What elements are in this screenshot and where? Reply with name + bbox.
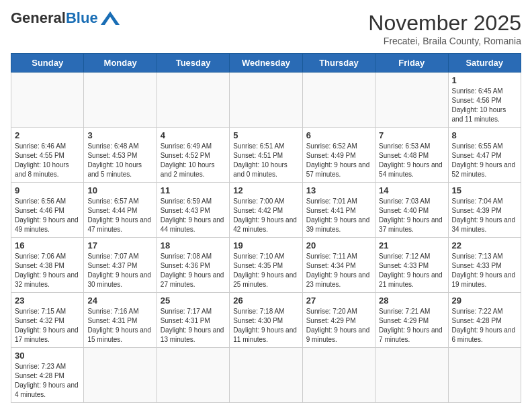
day-info: Sunrise: 6:49 AM Sunset: 4:52 PM Dayligh… xyxy=(161,142,226,179)
day-number: 28 xyxy=(379,295,444,306)
day-info: Sunrise: 6:57 AM Sunset: 4:44 PM Dayligh… xyxy=(87,197,152,234)
day-cell: 10Sunrise: 6:57 AM Sunset: 4:44 PM Dayli… xyxy=(84,183,157,238)
day-cell: 27Sunrise: 7:20 AM Sunset: 4:29 PM Dayli… xyxy=(302,293,375,348)
day-cell: 25Sunrise: 7:17 AM Sunset: 4:31 PM Dayli… xyxy=(157,293,229,348)
week-row-6: 30Sunrise: 7:23 AM Sunset: 4:28 PM Dayli… xyxy=(11,348,521,403)
day-info: Sunrise: 7:17 AM Sunset: 4:31 PM Dayligh… xyxy=(161,307,226,345)
logo-icon xyxy=(101,11,120,25)
day-cell: 11Sunrise: 6:59 AM Sunset: 4:43 PM Dayli… xyxy=(157,183,229,238)
day-info: Sunrise: 6:56 AM Sunset: 4:46 PM Dayligh… xyxy=(15,197,80,234)
day-number: 23 xyxy=(15,295,80,306)
day-cell: 2Sunrise: 6:46 AM Sunset: 4:55 PM Daylig… xyxy=(11,128,84,183)
day-info: Sunrise: 7:16 AM Sunset: 4:31 PM Dayligh… xyxy=(87,307,152,345)
day-number: 22 xyxy=(452,240,517,250)
day-number: 9 xyxy=(15,185,80,195)
day-number: 2 xyxy=(15,130,80,140)
day-cell: 20Sunrise: 7:11 AM Sunset: 4:34 PM Dayli… xyxy=(302,238,375,293)
week-row-3: 9Sunrise: 6:56 AM Sunset: 4:46 PM Daylig… xyxy=(11,183,521,238)
day-cell xyxy=(375,348,448,403)
weekday-sunday: Sunday xyxy=(11,54,84,73)
day-number: 17 xyxy=(87,240,152,250)
day-cell xyxy=(302,73,375,128)
day-number: 21 xyxy=(379,240,444,250)
day-cell xyxy=(448,348,521,403)
weekday-friday: Friday xyxy=(375,54,448,73)
week-row-2: 2Sunrise: 6:46 AM Sunset: 4:55 PM Daylig… xyxy=(11,128,521,183)
day-number: 19 xyxy=(233,240,298,250)
day-info: Sunrise: 7:10 AM Sunset: 4:35 PM Dayligh… xyxy=(233,252,298,289)
day-cell: 13Sunrise: 7:01 AM Sunset: 4:41 PM Dayli… xyxy=(302,183,375,238)
day-number: 30 xyxy=(15,351,80,361)
day-number: 7 xyxy=(379,130,444,140)
day-cell xyxy=(84,73,157,128)
day-info: Sunrise: 7:15 AM Sunset: 4:32 PM Dayligh… xyxy=(15,307,80,345)
day-info: Sunrise: 7:22 AM Sunset: 4:28 PM Dayligh… xyxy=(452,307,517,345)
day-cell: 14Sunrise: 7:03 AM Sunset: 4:40 PM Dayli… xyxy=(375,183,448,238)
day-info: Sunrise: 7:08 AM Sunset: 4:36 PM Dayligh… xyxy=(161,252,226,289)
logo-general-text: General xyxy=(11,11,66,26)
day-number: 14 xyxy=(379,185,444,195)
day-cell: 19Sunrise: 7:10 AM Sunset: 4:35 PM Dayli… xyxy=(230,238,302,293)
day-number: 26 xyxy=(233,295,298,306)
day-info: Sunrise: 7:20 AM Sunset: 4:29 PM Dayligh… xyxy=(306,307,371,345)
day-cell: 30Sunrise: 7:23 AM Sunset: 4:28 PM Dayli… xyxy=(11,348,84,403)
weekday-tuesday: Tuesday xyxy=(157,54,229,73)
day-info: Sunrise: 7:21 AM Sunset: 4:29 PM Dayligh… xyxy=(379,307,444,345)
weekday-thursday: Thursday xyxy=(302,54,375,73)
month-title: November 2025 xyxy=(368,11,521,36)
day-cell xyxy=(84,348,157,403)
day-cell: 4Sunrise: 6:49 AM Sunset: 4:52 PM Daylig… xyxy=(157,128,229,183)
day-cell: 8Sunrise: 6:55 AM Sunset: 4:47 PM Daylig… xyxy=(448,128,521,183)
day-number: 13 xyxy=(306,185,371,195)
week-row-5: 23Sunrise: 7:15 AM Sunset: 4:32 PM Dayli… xyxy=(11,293,521,348)
day-number: 11 xyxy=(161,185,226,195)
weekday-header-row: SundayMondayTuesdayWednesdayThursdayFrid… xyxy=(11,54,521,73)
day-info: Sunrise: 6:46 AM Sunset: 4:55 PM Dayligh… xyxy=(15,142,80,179)
logo: General Blue xyxy=(11,11,120,26)
day-cell: 21Sunrise: 7:12 AM Sunset: 4:33 PM Dayli… xyxy=(375,238,448,293)
day-number: 5 xyxy=(233,130,298,140)
day-number: 24 xyxy=(87,295,152,306)
day-cell: 3Sunrise: 6:48 AM Sunset: 4:53 PM Daylig… xyxy=(84,128,157,183)
day-number: 4 xyxy=(161,130,226,140)
day-number: 8 xyxy=(452,130,517,140)
day-info: Sunrise: 6:55 AM Sunset: 4:47 PM Dayligh… xyxy=(452,142,517,179)
day-number: 18 xyxy=(161,240,226,250)
weekday-saturday: Saturday xyxy=(448,54,521,73)
day-info: Sunrise: 6:53 AM Sunset: 4:48 PM Dayligh… xyxy=(379,142,444,179)
day-cell: 12Sunrise: 7:00 AM Sunset: 4:42 PM Dayli… xyxy=(230,183,302,238)
day-info: Sunrise: 6:48 AM Sunset: 4:53 PM Dayligh… xyxy=(87,142,152,179)
day-cell xyxy=(157,73,229,128)
day-number: 16 xyxy=(15,240,80,250)
day-cell xyxy=(11,73,84,128)
day-info: Sunrise: 7:18 AM Sunset: 4:30 PM Dayligh… xyxy=(233,307,298,345)
week-row-4: 16Sunrise: 7:06 AM Sunset: 4:38 PM Dayli… xyxy=(11,238,521,293)
day-cell: 24Sunrise: 7:16 AM Sunset: 4:31 PM Dayli… xyxy=(84,293,157,348)
day-cell: 9Sunrise: 6:56 AM Sunset: 4:46 PM Daylig… xyxy=(11,183,84,238)
day-info: Sunrise: 7:04 AM Sunset: 4:39 PM Dayligh… xyxy=(452,197,517,234)
day-info: Sunrise: 6:59 AM Sunset: 4:43 PM Dayligh… xyxy=(161,197,226,234)
day-info: Sunrise: 6:52 AM Sunset: 4:49 PM Dayligh… xyxy=(306,142,371,179)
day-cell xyxy=(230,73,302,128)
header: General Blue November 2025 Frecatei, Bra… xyxy=(11,11,521,46)
day-cell: 22Sunrise: 7:13 AM Sunset: 4:33 PM Dayli… xyxy=(448,238,521,293)
day-cell: 16Sunrise: 7:06 AM Sunset: 4:38 PM Dayli… xyxy=(11,238,84,293)
day-cell: 26Sunrise: 7:18 AM Sunset: 4:30 PM Dayli… xyxy=(230,293,302,348)
day-cell xyxy=(302,348,375,403)
day-number: 10 xyxy=(87,185,152,195)
day-info: Sunrise: 7:13 AM Sunset: 4:33 PM Dayligh… xyxy=(452,252,517,289)
day-cell: 18Sunrise: 7:08 AM Sunset: 4:36 PM Dayli… xyxy=(157,238,229,293)
day-info: Sunrise: 7:23 AM Sunset: 4:28 PM Dayligh… xyxy=(15,362,80,400)
day-info: Sunrise: 6:45 AM Sunset: 4:56 PM Dayligh… xyxy=(452,87,517,124)
day-info: Sunrise: 7:03 AM Sunset: 4:40 PM Dayligh… xyxy=(379,197,444,234)
week-row-1: 1Sunrise: 6:45 AM Sunset: 4:56 PM Daylig… xyxy=(11,73,521,128)
day-info: Sunrise: 7:01 AM Sunset: 4:41 PM Dayligh… xyxy=(306,197,371,234)
day-cell: 7Sunrise: 6:53 AM Sunset: 4:48 PM Daylig… xyxy=(375,128,448,183)
day-cell: 29Sunrise: 7:22 AM Sunset: 4:28 PM Dayli… xyxy=(448,293,521,348)
day-info: Sunrise: 6:51 AM Sunset: 4:51 PM Dayligh… xyxy=(233,142,298,179)
logo-blue-text: Blue xyxy=(66,11,98,26)
day-cell: 23Sunrise: 7:15 AM Sunset: 4:32 PM Dayli… xyxy=(11,293,84,348)
day-number: 6 xyxy=(306,130,371,140)
day-info: Sunrise: 7:06 AM Sunset: 4:38 PM Dayligh… xyxy=(15,252,80,289)
day-info: Sunrise: 7:00 AM Sunset: 4:42 PM Dayligh… xyxy=(233,197,298,234)
